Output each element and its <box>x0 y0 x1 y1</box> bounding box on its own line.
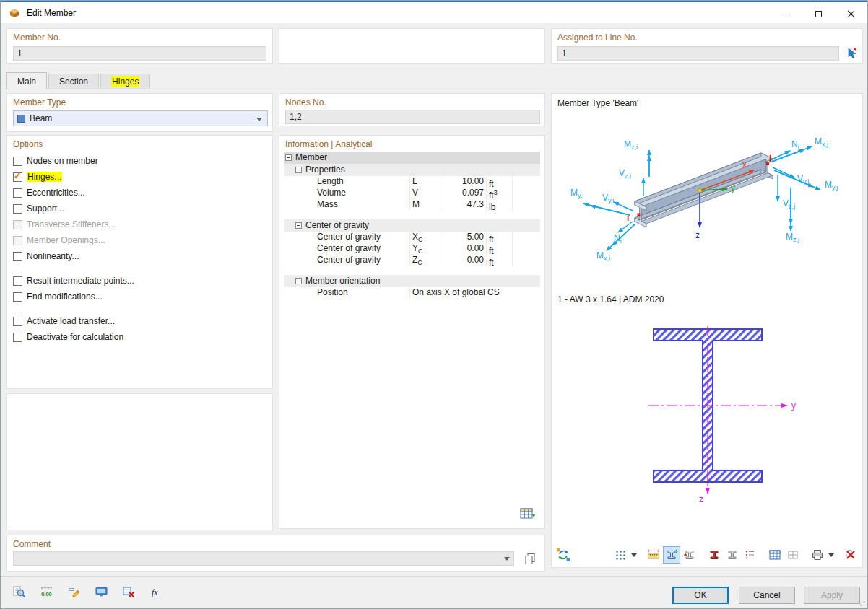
numbering-button[interactable] <box>742 546 759 564</box>
member-no-label: Member No. <box>13 32 61 43</box>
checkbox[interactable] <box>13 276 22 286</box>
svg-text:Vy,i: Vy,i <box>602 193 614 204</box>
delete-table-icon <box>122 585 136 599</box>
collapse-icon[interactable] <box>295 222 302 229</box>
tab-bar: Main Section Hinges <box>6 72 152 90</box>
nodes-input[interactable] <box>285 110 540 124</box>
option-nodes-on-member[interactable]: Nodes on member <box>7 153 272 169</box>
collapse-icon[interactable] <box>285 154 292 161</box>
cells-icon <box>786 548 799 561</box>
svg-text:Vz,i: Vz,i <box>619 168 631 180</box>
copy-comment-button[interactable] <box>521 550 539 567</box>
tree-root-member[interactable]: Member <box>284 152 540 164</box>
svg-text:Vz,j: Vz,j <box>783 198 795 210</box>
ok-button[interactable]: OK <box>672 587 729 604</box>
point-display-button[interactable] <box>612 546 629 564</box>
stress-points-button[interactable] <box>706 546 723 564</box>
print-dropdown[interactable] <box>827 546 835 564</box>
checkbox-checked[interactable] <box>13 172 22 182</box>
member-type-label: Member Type <box>13 97 66 108</box>
option-result-intermediate-points[interactable]: Result intermediate points... <box>7 273 272 289</box>
minimize-button[interactable] <box>770 4 802 25</box>
table-icon <box>520 508 536 520</box>
svg-text:z: z <box>699 494 703 504</box>
maximize-button[interactable] <box>802 4 835 25</box>
section-gray-icon <box>726 548 739 561</box>
table-row-cog-x[interactable]: Center of gravity XC 5.00 ft <box>284 232 540 243</box>
tree-group-center-of-gravity[interactable]: Center of gravity <box>284 219 540 232</box>
table-row-volume[interactable]: Volume V 0.097 ft3 <box>284 188 540 199</box>
table-row-cog-z[interactable]: Center of gravity ZC 0.00 ft <box>284 255 540 266</box>
checkbox[interactable] <box>13 157 22 166</box>
checkbox[interactable] <box>13 252 22 261</box>
option-support[interactable]: Support... <box>7 201 272 216</box>
apply-button[interactable]: Apply <box>804 587 860 604</box>
point-display-dropdown[interactable] <box>630 546 638 564</box>
edit-in-table-button[interactable] <box>517 505 539 522</box>
tree-group-member-orientation[interactable]: Member orientation <box>284 275 540 287</box>
section-view-icon <box>665 548 678 561</box>
print-button[interactable] <box>809 546 826 564</box>
printer-icon <box>811 548 824 561</box>
fx-icon: fx <box>149 585 163 599</box>
tab-hinges[interactable]: Hinges <box>100 74 150 89</box>
option-eccentricities[interactable]: Eccentricities... <box>7 185 272 201</box>
units-settings-button[interactable]: 0.00 <box>37 582 56 601</box>
checkbox[interactable] <box>13 317 22 326</box>
collapse-icon[interactable] <box>295 167 302 173</box>
ruler-icon <box>647 548 660 561</box>
section-view-button-1[interactable] <box>663 546 680 564</box>
svg-text:x: x <box>742 159 747 170</box>
info-tree: Member Properties Length L 10.00 ft Volu… <box>284 152 540 299</box>
checkbox[interactable] <box>13 333 22 342</box>
resize-grip[interactable] <box>857 598 866 607</box>
checkbox[interactable] <box>13 204 22 214</box>
regenerate-view-button[interactable] <box>555 546 572 564</box>
tab-section[interactable]: Section <box>48 74 99 89</box>
units-icon: 0.00 <box>40 585 53 599</box>
section-gray-button[interactable] <box>724 546 741 564</box>
dimensions-button[interactable] <box>645 546 662 564</box>
svg-text:Ni: Ni <box>614 233 622 245</box>
member-type-panel: Member Type Beam <box>6 93 273 132</box>
close-button[interactable] <box>835 4 867 25</box>
beam-type-icon <box>17 115 25 123</box>
details-button[interactable] <box>9 582 28 601</box>
checkbox[interactable] <box>13 188 22 198</box>
section-view-button-2[interactable] <box>681 546 698 564</box>
pencil-list-icon <box>67 585 81 599</box>
chevron-down-icon[interactable] <box>504 557 510 561</box>
formula-button[interactable]: fx <box>147 582 165 601</box>
option-activate-load-transfer[interactable]: Activate load transfer... <box>7 313 272 329</box>
checkbox[interactable] <box>13 292 22 302</box>
table-row-length[interactable]: Length L 10.00 ft <box>284 176 540 188</box>
rename-button[interactable] <box>64 582 83 601</box>
cancel-button[interactable]: Cancel <box>739 587 795 604</box>
table-row-cog-y[interactable]: Center of gravity YC 0.00 ft <box>284 243 540 255</box>
table-row-position[interactable]: Position On axis X of global CS <box>284 287 540 299</box>
option-end-modifications[interactable]: End modifications... <box>7 289 272 304</box>
table-grid-icon <box>768 548 781 561</box>
table-row-mass[interactable]: Mass M 47.3 lb <box>284 199 540 211</box>
window-title: Edit Member <box>27 8 76 18</box>
close-preview-button[interactable] <box>842 546 859 564</box>
pick-line-button[interactable] <box>843 44 860 61</box>
collapse-icon[interactable] <box>295 278 302 284</box>
option-deactivate-for-calculation[interactable]: Deactivate for calculation <box>7 329 272 345</box>
tree-group-properties[interactable]: Properties <box>284 164 540 176</box>
option-hinges[interactable]: Hinges... <box>7 169 272 185</box>
nodes-label: Nodes No. <box>285 97 326 108</box>
option-nonlinearity[interactable]: Nonlinearity... <box>7 248 272 264</box>
svg-text:Mz,j: Mz,j <box>786 232 799 243</box>
member-type-combobox[interactable]: Beam <box>13 110 268 126</box>
values-table-button[interactable] <box>766 546 784 564</box>
assigned-line-input[interactable] <box>557 46 839 61</box>
delete-button[interactable] <box>119 582 138 601</box>
member-no-input[interactable] <box>13 46 266 61</box>
comment-input[interactable] <box>13 551 514 566</box>
display-settings-button[interactable] <box>92 582 110 601</box>
cells-button[interactable] <box>784 546 802 564</box>
tab-main[interactable]: Main <box>6 72 47 89</box>
svg-text:y: y <box>731 183 735 193</box>
section-caption: 1 - AW 3 x 1.64 | ADM 2020 <box>557 294 664 304</box>
